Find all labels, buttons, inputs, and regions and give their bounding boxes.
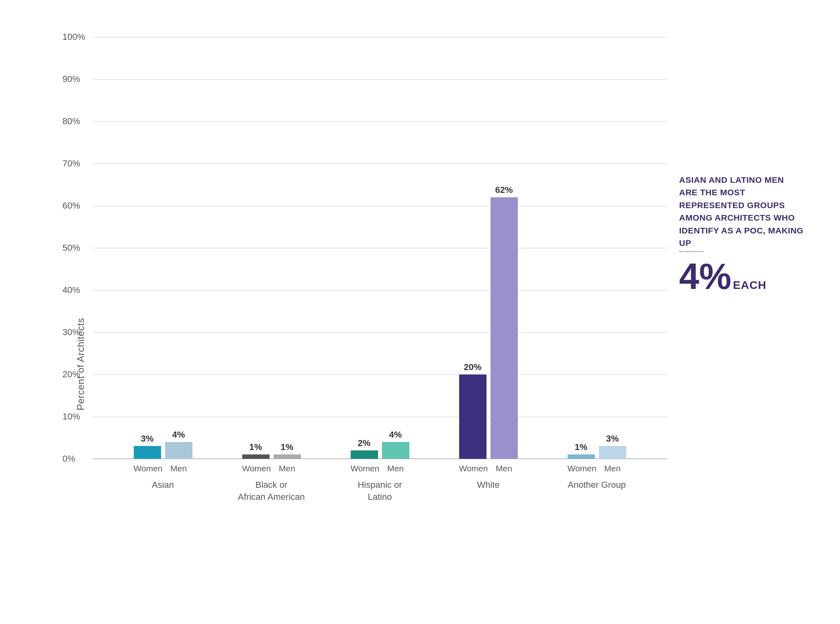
gender-sublabels: WomenMen xyxy=(568,464,626,473)
x-category-group: WomenMenHispanic or Latino xyxy=(326,459,434,504)
bar-pair: 1%3% xyxy=(568,37,626,459)
bar-rect xyxy=(134,446,161,459)
bar-pair: 20%62% xyxy=(459,37,518,459)
bar-item: 1% xyxy=(568,37,595,459)
bar-value-label: 1% xyxy=(281,442,294,452)
bar-value-label: 62% xyxy=(495,185,513,195)
annotation-each: EACH xyxy=(733,279,766,292)
annotation-text: ASIAN AND LATINO MEN ARE THE MOST REPRES… xyxy=(679,174,804,250)
gender-sublabels: WomenMen xyxy=(134,464,192,473)
bar-rect xyxy=(599,446,626,459)
gridline-label: 80% xyxy=(63,116,80,127)
bar-item: 1% xyxy=(242,37,270,459)
gridline xyxy=(93,459,667,459)
dotted-line-icon xyxy=(679,251,703,252)
bar-group-white: 20%62% xyxy=(459,37,518,459)
chart-container: Percent of Architects 100%90%80%70%60%50… xyxy=(29,21,812,604)
category-label: Another Group xyxy=(568,479,625,491)
bar-value-label: 4% xyxy=(389,430,402,440)
gridline-label: 70% xyxy=(63,158,80,169)
bar-item: 1% xyxy=(274,37,301,459)
bar-rect xyxy=(165,442,192,459)
x-category-group: WomenMenWhite xyxy=(434,459,543,504)
dotted-separator xyxy=(679,251,707,255)
chart-plot: 100%90%80%70%60%50%40%30%20%10%0%3%4%1%1… xyxy=(93,37,667,459)
gender-label: Men xyxy=(165,464,192,473)
gender-label: Women xyxy=(568,464,595,473)
bar-item: 3% xyxy=(599,37,626,459)
bar-rect xyxy=(242,454,270,459)
bar-item: 3% xyxy=(134,37,161,459)
x-category-group: WomenMenBlack or African American xyxy=(217,459,326,504)
gridline-label: 40% xyxy=(63,285,80,295)
bar-value-label: 1% xyxy=(249,442,262,452)
gender-sublabels: WomenMen xyxy=(242,464,301,473)
bar-pair: 3%4% xyxy=(134,37,192,459)
gridline-label: 100% xyxy=(63,32,85,42)
gridline-label: 10% xyxy=(63,411,80,422)
x-category-group: WomenMenAnother Group xyxy=(543,459,651,504)
bar-group-another-group: 1%3% xyxy=(568,37,626,459)
gridline-label: 50% xyxy=(63,243,80,253)
bar-item: 4% xyxy=(382,37,409,459)
gridline-label: 30% xyxy=(63,327,80,338)
bars-container: 3%4%1%1%2%4%20%62%1%3% xyxy=(93,37,667,459)
gender-sublabels: WomenMen xyxy=(351,464,409,473)
bar-item: 62% xyxy=(491,37,518,459)
bar-value-label: 4% xyxy=(172,430,185,440)
bar-pair: 1%1% xyxy=(242,37,301,459)
x-category-group: WomenMenAsian xyxy=(109,459,217,504)
bar-value-label: 3% xyxy=(141,434,154,444)
bar-rect xyxy=(459,374,486,459)
bar-value-label: 1% xyxy=(575,442,588,452)
category-label: Hispanic or Latino xyxy=(358,479,402,504)
category-label: Black or African American xyxy=(238,479,305,504)
gender-label: Women xyxy=(459,464,486,473)
category-label: Asian xyxy=(152,479,174,491)
gridline-label: 90% xyxy=(63,74,80,84)
bar-rect xyxy=(351,450,378,459)
bar-pair: 2%4% xyxy=(351,37,409,459)
gender-label: Men xyxy=(382,464,409,473)
bar-rect xyxy=(568,454,595,459)
gender-label: Women xyxy=(134,464,161,473)
gender-label: Men xyxy=(491,464,518,473)
bar-rect xyxy=(382,442,409,459)
bar-rect xyxy=(491,197,518,459)
gridline-label: 60% xyxy=(63,200,80,211)
bar-group-asian: 3%4% xyxy=(134,37,192,459)
bar-value-label: 20% xyxy=(464,362,481,372)
annotation-percent: 4% xyxy=(679,258,732,295)
bar-item: 20% xyxy=(459,37,486,459)
gender-label: Men xyxy=(274,464,301,473)
category-label: White xyxy=(477,479,499,491)
bar-item: 2% xyxy=(351,37,378,459)
gender-label: Men xyxy=(599,464,626,473)
bar-group-black-or-african-american: 1%1% xyxy=(242,37,301,459)
annotation-sidebar: ASIAN AND LATINO MEN ARE THE MOST REPRES… xyxy=(667,37,804,295)
gender-sublabels: WomenMen xyxy=(459,464,518,473)
gender-label: Women xyxy=(242,464,270,473)
annotation-large: 4% EACH xyxy=(679,258,766,295)
bar-value-label: 3% xyxy=(606,434,619,444)
gridline-label: 0% xyxy=(63,454,76,464)
bar-group-hispanic-or-latino: 2%4% xyxy=(351,37,409,459)
bar-item: 4% xyxy=(165,37,192,459)
bar-value-label: 2% xyxy=(358,438,371,448)
gender-label: Women xyxy=(351,464,378,473)
gridline-label: 20% xyxy=(63,369,80,380)
bar-rect xyxy=(274,454,301,459)
